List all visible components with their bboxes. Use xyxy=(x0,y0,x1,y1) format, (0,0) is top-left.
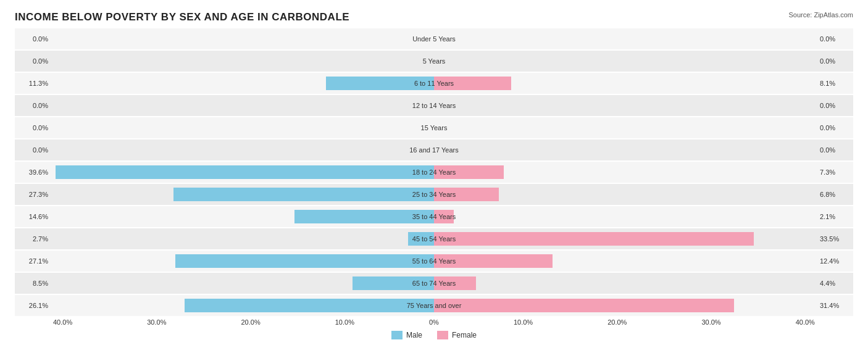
chart-row: 39.6%18 to 24 Years7.3% xyxy=(15,162,853,183)
axis-tick: 10.0% xyxy=(514,318,533,326)
bars-area: 55 to 64 Years xyxy=(52,251,816,272)
male-value-label: 11.3% xyxy=(15,80,52,87)
female-value-label: 8.1% xyxy=(816,80,853,87)
male-value-label: 8.5% xyxy=(15,280,52,287)
axis-tick: 30.0% xyxy=(701,318,720,326)
female-value-label: 6.8% xyxy=(816,191,853,198)
male-value-label: 14.6% xyxy=(15,213,52,220)
bars-area: 6 to 11 Years xyxy=(52,73,816,94)
male-value-label: 0.0% xyxy=(15,57,52,65)
male-value-label: 0.0% xyxy=(15,146,52,154)
female-value-label: 0.0% xyxy=(816,124,853,131)
age-group-label: 18 to 24 Years xyxy=(412,168,456,176)
female-value-label: 4.4% xyxy=(816,280,853,287)
age-group-label: 5 Years xyxy=(423,57,446,65)
male-bar xyxy=(56,165,434,179)
bars-area: 16 and 17 Years xyxy=(52,139,816,160)
axis-tick: 20.0% xyxy=(241,318,261,326)
chart-title: INCOME BELOW POVERTY BY SEX AND AGE IN C… xyxy=(15,11,853,23)
age-group-label: 55 to 64 Years xyxy=(412,257,456,265)
axis-tick: 30.0% xyxy=(147,318,166,326)
axis-tick: 10.0% xyxy=(335,318,354,326)
axis-tick: 40.0% xyxy=(53,318,72,326)
bars-area: Under 5 Years xyxy=(52,28,816,49)
source-label: Source: ZipAtlas.com xyxy=(788,11,853,19)
legend-male-label: Male xyxy=(406,331,422,339)
legend-male: Male xyxy=(391,331,422,339)
chart-row: 26.1%75 Years and over31.4% xyxy=(15,295,853,316)
legend-male-box xyxy=(391,331,403,339)
age-group-label: 16 and 17 Years xyxy=(409,146,459,154)
male-value-label: 0.0% xyxy=(15,102,52,109)
age-group-label: 12 to 14 Years xyxy=(412,102,456,109)
female-value-label: 0.0% xyxy=(816,102,853,109)
age-group-label: 6 to 11 Years xyxy=(414,80,454,87)
chart-container: INCOME BELOW POVERTY BY SEX AND AGE IN C… xyxy=(0,0,868,345)
legend-female-label: Female xyxy=(452,331,477,339)
chart-row: 0.0%Under 5 Years0.0% xyxy=(15,28,853,49)
legend-female: Female xyxy=(437,331,477,339)
chart-row: 27.1%55 to 64 Years12.4% xyxy=(15,251,853,272)
female-bar xyxy=(434,299,734,312)
bars-area: 65 to 74 Years xyxy=(52,273,816,294)
axis-center: 40.0%30.0%20.0%10.0%0%10.0%20.0%30.0%40.… xyxy=(52,318,816,326)
bars-area: 35 to 44 Years xyxy=(52,206,816,227)
female-value-label: 0.0% xyxy=(816,146,853,154)
female-value-label: 33.5% xyxy=(816,235,853,243)
chart-row: 8.5%65 to 74 Years4.4% xyxy=(15,273,853,294)
male-bar xyxy=(173,188,434,201)
age-group-label: Under 5 Years xyxy=(412,35,456,43)
chart-row: 0.0%5 Years0.0% xyxy=(15,51,853,72)
male-value-label: 0.0% xyxy=(15,35,52,43)
male-value-label: 2.7% xyxy=(15,235,52,243)
axis-row: 40.0%30.0%20.0%10.0%0%10.0%20.0%30.0%40.… xyxy=(15,318,853,326)
female-value-label: 7.3% xyxy=(816,168,853,176)
male-value-label: 39.6% xyxy=(15,168,52,176)
male-bar xyxy=(185,299,434,312)
male-bar xyxy=(175,254,434,268)
bars-area: 18 to 24 Years xyxy=(52,162,816,183)
chart-row: 0.0%15 Years0.0% xyxy=(15,117,853,138)
female-value-label: 0.0% xyxy=(816,57,853,65)
age-group-label: 45 to 54 Years xyxy=(412,235,456,243)
bars-area: 75 Years and over xyxy=(52,295,816,316)
axis-tick: 0% xyxy=(429,318,439,326)
axis-tick: 20.0% xyxy=(607,318,627,326)
chart-row: 2.7%45 to 54 Years33.5% xyxy=(15,228,853,249)
chart-row: 11.3%6 to 11 Years8.1% xyxy=(15,73,853,94)
age-group-label: 25 to 34 Years xyxy=(412,191,456,198)
legend: Male Female xyxy=(15,331,853,339)
axis-tick: 40.0% xyxy=(796,318,815,326)
male-value-label: 0.0% xyxy=(15,124,52,131)
male-value-label: 26.1% xyxy=(15,302,52,309)
chart-row: 27.3%25 to 34 Years6.8% xyxy=(15,184,853,205)
chart-row: 0.0%16 and 17 Years0.0% xyxy=(15,139,853,160)
bars-area: 12 to 14 Years xyxy=(52,95,816,116)
bars-area: 25 to 34 Years xyxy=(52,184,816,205)
age-group-label: 35 to 44 Years xyxy=(412,213,456,220)
age-group-label: 75 Years and over xyxy=(407,302,462,309)
age-group-label: 65 to 74 Years xyxy=(412,280,456,287)
female-value-label: 0.0% xyxy=(816,35,853,43)
bars-area: 45 to 54 Years xyxy=(52,228,816,249)
female-bar xyxy=(434,232,754,246)
female-value-label: 2.1% xyxy=(816,213,853,220)
male-value-label: 27.1% xyxy=(15,257,52,265)
female-value-label: 31.4% xyxy=(816,302,853,309)
chart-row: 14.6%35 to 44 Years2.1% xyxy=(15,206,853,227)
bars-area: 15 Years xyxy=(52,117,816,138)
bars-area: 5 Years xyxy=(52,51,816,72)
chart-area: 0.0%Under 5 Years0.0%0.0%5 Years0.0%11.3… xyxy=(15,28,853,326)
legend-female-box xyxy=(437,331,448,339)
age-group-label: 15 Years xyxy=(421,124,448,131)
male-value-label: 27.3% xyxy=(15,191,52,198)
chart-row: 0.0%12 to 14 Years0.0% xyxy=(15,95,853,116)
female-value-label: 12.4% xyxy=(816,257,853,265)
